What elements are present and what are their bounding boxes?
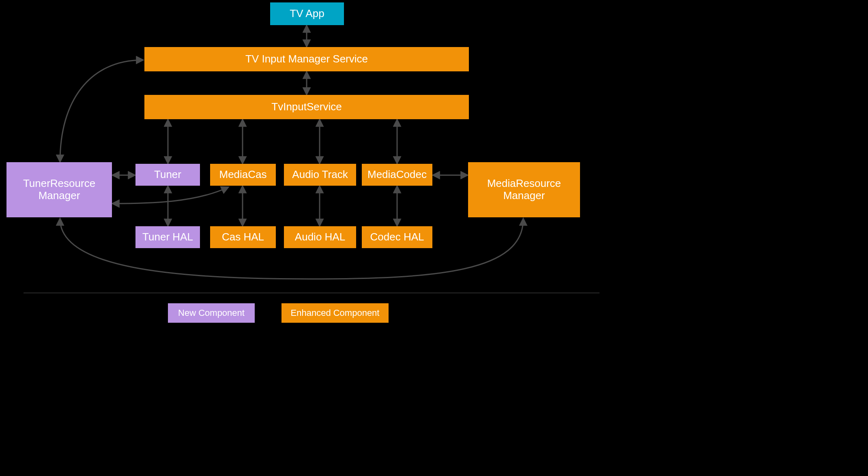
legend-new-component: New Component — [168, 303, 255, 323]
node-tv-input-service: TvInputService — [144, 95, 469, 119]
node-tuner-hal: Tuner HAL — [135, 226, 200, 248]
node-cas-hal: Cas HAL — [210, 226, 276, 248]
node-tuner: Tuner — [135, 164, 200, 186]
node-mediacas: MediaCas — [210, 164, 276, 186]
node-tv-app: TV App — [270, 2, 344, 25]
diagram-stage: TV App TV Input Manager Service TvInputS… — [0, 0, 626, 329]
node-media-resource-manager: MediaResource Manager — [468, 162, 580, 217]
node-audio-track: Audio Track — [284, 164, 356, 186]
node-tv-input-manager-service: TV Input Manager Service — [144, 47, 469, 71]
node-audio-hal: Audio HAL — [284, 226, 356, 248]
node-codec-hal: Codec HAL — [362, 226, 432, 248]
legend-divider — [24, 293, 599, 293]
legend-enhanced-component: Enhanced Component — [281, 303, 389, 323]
node-mediacodec: MediaCodec — [362, 164, 432, 186]
node-tuner-resource-manager: TunerResource Manager — [6, 162, 112, 217]
